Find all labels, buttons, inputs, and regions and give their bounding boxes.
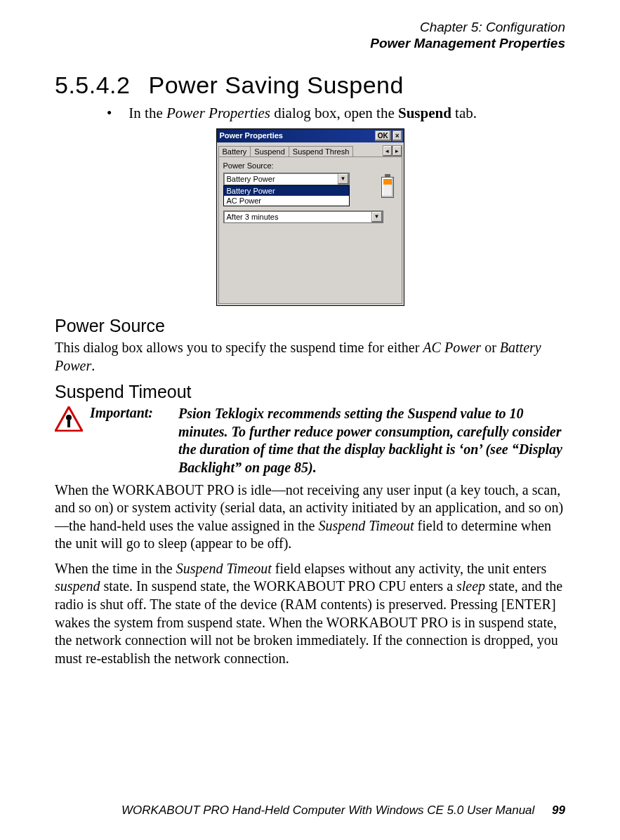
tab-scroll-right[interactable]: ▸ [393,145,402,156]
section-title: Power Saving Suspend [148,72,403,98]
bullet-text-pre: In the [128,105,166,121]
bullet-text-bold: Suspend [398,105,451,121]
tab-battery[interactable]: Battery [218,146,251,156]
subhead-power-source: Power Source [55,316,565,336]
subhead-suspend-timeout: Suspend Timeout [55,382,565,402]
tab-suspend-threshold[interactable]: Suspend Thresh [289,146,354,156]
chevron-down-icon[interactable]: ▼ [371,211,383,222]
header-chapter: Chapter 5: Configuration [55,20,565,36]
bullet-text-mid: dialog box, open the [270,105,398,121]
important-label: Important: [90,405,171,421]
section-number: 5.5.4.2 [55,72,130,98]
chevron-down-icon[interactable]: ▼ [338,173,349,185]
power-source-dropdown: Battery Power AC Power [223,185,350,206]
important-note: Important: Psion Teklogix recommends set… [55,405,565,476]
svg-point-1 [66,415,72,420]
ok-button[interactable]: OK [375,131,391,141]
para-power-source: This dialog box allows you to specify th… [55,339,565,375]
power-source-label: Power Source: [223,161,397,170]
tab-suspend[interactable]: Suspend [250,146,289,157]
power-source-value: Battery Power [224,175,338,183]
svg-rect-2 [67,420,70,427]
bullet-dot: • [107,105,112,121]
page-number: 99 [552,804,565,817]
power-properties-dialog: Power Properties OK × Battery Suspend Su… [216,128,404,306]
suspend-timeout-value: After 3 minutes [224,213,371,221]
header-topic: Power Management Properties [55,36,565,52]
tab-strip: Battery Suspend Suspend Thresh ◂ ▸ [217,142,404,156]
close-button[interactable]: × [393,131,402,141]
bullet-text-italic: Power Properties [166,105,270,121]
page-header: Chapter 5: Configuration Power Managemen… [55,20,565,52]
para-suspend-state: When the time in the Suspend Timeout fie… [55,560,565,668]
dialog-title: Power Properties [218,131,374,140]
power-source-combo[interactable]: Battery Power ▼ [223,173,350,185]
tab-panel-suspend: Power Source: Battery Power ▼ Battery Po… [218,156,402,304]
instruction-bullet: •In the Power Properties dialog box, ope… [107,103,565,123]
warning-icon [55,406,83,432]
dialog-titlebar: Power Properties OK × [217,129,404,142]
dropdown-option-battery[interactable]: Battery Power [224,186,349,196]
suspend-timeout-combo[interactable]: After 3 minutes ▼ [223,211,383,223]
section-heading: 5.5.4.2Power Saving Suspend [55,72,565,99]
bullet-text-post: tab. [451,105,477,121]
para-idle: When the WORKABOUT PRO is idle—not recei… [55,481,565,553]
footer-text: WORKABOUT PRO Hand-Held Computer With Wi… [121,804,534,817]
battery-icon [381,174,395,199]
tab-scroll-left[interactable]: ◂ [383,145,393,156]
page-footer: WORKABOUT PRO Hand-Held Computer With Wi… [121,804,565,818]
dropdown-option-ac[interactable]: AC Power [224,196,349,206]
important-text: Psion Teklogix recommends setting the Su… [178,405,565,476]
